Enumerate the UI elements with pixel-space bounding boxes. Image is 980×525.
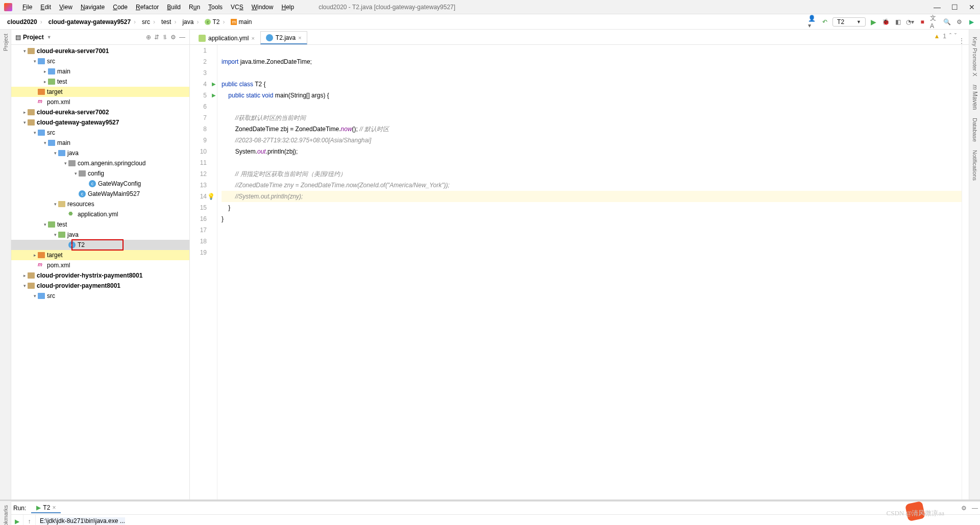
stop-icon[interactable]: ■ — [918, 17, 927, 27]
collapse-icon[interactable]: ⥮ — [162, 34, 167, 41]
coverage-icon[interactable]: ◧ — [893, 17, 902, 27]
menu-run[interactable]: Run — [185, 4, 204, 11]
ai-icon[interactable]: ▶ — [967, 17, 976, 27]
tree-yml[interactable]: application.yml — [78, 211, 118, 218]
run-hide-icon[interactable]: — — [972, 505, 978, 512]
tree-module2[interactable]: cloud-eureka-server7002 — [37, 109, 109, 116]
tab-application-yml[interactable]: application.yml× — [193, 31, 260, 44]
run-button-icon[interactable]: ▶ — [869, 17, 878, 27]
tool-project[interactable]: Project — [3, 30, 9, 55]
chevron-up-icon[interactable]: ˆ — [949, 33, 951, 40]
console-line-cmd: E:\jdk\jdk-8u271\bin\java.exe ... — [40, 517, 125, 524]
crumb-method[interactable]: mmain — [228, 18, 258, 26]
tree-config[interactable]: config — [88, 170, 104, 177]
left-tool-strip: Project — [0, 30, 11, 499]
tree-src[interactable]: src — [47, 58, 55, 65]
tool-database[interactable]: Database — [972, 114, 978, 146]
editor-error-stripe[interactable] — [962, 45, 969, 499]
tool-maven[interactable]: m Maven — [971, 81, 978, 114]
menu-build[interactable]: Build — [163, 4, 185, 11]
code-editor[interactable]: import java.time.ZonedDateTime; public c… — [217, 45, 962, 499]
menu-file[interactable]: File — [18, 4, 36, 11]
tree-test2[interactable]: test — [57, 221, 67, 228]
maximize-icon[interactable]: ☐ — [950, 3, 959, 11]
left-tool-strip-lower: Bookmarks Structure — [0, 501, 11, 525]
tree-class1[interactable]: GateWayConfig — [98, 180, 141, 187]
back-arrow-icon[interactable]: ↶ — [820, 17, 829, 27]
navigation-bar: cloud2020 cloud-gateway-gateway9527 src … — [0, 14, 980, 30]
gutter-run-icon[interactable]: ▶ — [212, 90, 216, 101]
project-tree[interactable]: ▾cloud-eureka-server7001 ▾src ▸main ▸tes… — [11, 45, 189, 499]
tree-src3[interactable]: src — [47, 292, 55, 299]
intention-bulb-icon[interactable]: 💡 — [207, 191, 215, 202]
tree-main2[interactable]: main — [57, 139, 70, 146]
translate-icon[interactable]: 文A — [930, 17, 939, 27]
editor-inspection-widget[interactable]: ▲1 ˆˇ — [934, 33, 957, 40]
tree-target[interactable]: target — [47, 88, 63, 95]
profile-icon[interactable]: ◔▾ — [905, 17, 915, 27]
run-tab-t2[interactable]: ▶ T2 × — [31, 503, 61, 513]
tree-pom[interactable]: pom.xml — [47, 98, 70, 106]
tree-pom2[interactable]: pom.xml — [47, 262, 70, 269]
run-left-toolbar-2: ↑ ↓ ↩ ⤓ ☒ — [23, 515, 36, 525]
crumb-test[interactable]: test — [158, 18, 179, 26]
gutter-run-icon[interactable]: ▶ — [212, 79, 216, 90]
menu-view[interactable]: View — [55, 4, 77, 11]
tree-java2[interactable]: java — [67, 231, 79, 238]
tree-test[interactable]: test — [57, 78, 67, 85]
search-icon[interactable]: 🔍 — [942, 17, 951, 27]
menu-navigate[interactable]: Navigate — [77, 4, 109, 11]
run-tab-close-icon[interactable]: × — [52, 504, 56, 511]
crumb-src[interactable]: src — [139, 18, 158, 26]
tree-java[interactable]: java — [67, 149, 79, 157]
settings-icon[interactable]: ⚙ — [954, 17, 964, 27]
chevron-down-icon[interactable]: ˇ — [954, 33, 957, 40]
tree-src2[interactable]: src — [47, 129, 55, 136]
scroll-up-icon[interactable]: ↑ — [28, 518, 31, 525]
tab-close-icon[interactable]: × — [251, 35, 254, 41]
tree-module[interactable]: cloud-eureka-server7001 — [37, 47, 109, 55]
tree-module4[interactable]: cloud-provider-hystrix-payment8001 — [37, 272, 142, 279]
editor-gutter[interactable]: 123 4▶ 5▶ 678910111213 14💡 1516171819 — [190, 45, 217, 499]
tab-close-icon[interactable]: × — [298, 35, 301, 41]
close-icon[interactable]: ✕ — [968, 3, 976, 11]
tab-t2-java[interactable]: T2.java× — [260, 31, 307, 44]
menu-refactor[interactable]: Refactor — [132, 4, 163, 11]
run-settings-icon[interactable]: ⚙ — [961, 505, 967, 512]
tree-main[interactable]: main — [57, 68, 70, 75]
crumb-module[interactable]: cloud-gateway-gateway9527 — [45, 18, 139, 26]
user-icon[interactable]: 👤▾ — [808, 17, 817, 27]
tree-resources[interactable]: resources — [67, 201, 94, 208]
menu-vcs[interactable]: VCS — [227, 4, 248, 11]
minimize-icon[interactable]: — — [933, 3, 941, 11]
crumb-project[interactable]: cloud2020 — [4, 18, 45, 26]
tool-notifications[interactable]: Notifications — [972, 146, 978, 185]
menu-tools[interactable]: Tools — [204, 4, 227, 11]
crumb-class[interactable]: cT2 — [202, 18, 228, 26]
tool-bookmarks[interactable]: Bookmarks — [3, 501, 9, 525]
expand-icon[interactable]: ⇵ — [154, 34, 159, 41]
tree-pkg[interactable]: com.angenin.springcloud — [78, 160, 145, 167]
tool-keypromoter[interactable]: Key Promoter X — [972, 33, 978, 81]
crumb-java[interactable]: java — [179, 18, 202, 26]
menu-edit[interactable]: Edit — [36, 4, 55, 11]
debug-button-icon[interactable]: 🐞 — [881, 17, 890, 27]
menu-code[interactable]: Code — [109, 4, 132, 11]
project-view-icon: ▤ — [15, 34, 21, 41]
editor-more-icon[interactable]: ⋮ — [954, 37, 969, 44]
tree-module5[interactable]: cloud-provider-payment8001 — [37, 282, 120, 289]
tree-module3[interactable]: cloud-gateway-gateway9527 — [37, 119, 119, 126]
rerun-icon[interactable]: ▶ — [15, 518, 19, 525]
tree-t2-selected[interactable]: cT2 — [11, 240, 189, 250]
tree-target2[interactable]: target — [47, 252, 63, 259]
run-config-selector[interactable]: T2▼ — [832, 17, 866, 27]
panel-settings-icon[interactable]: ⚙ — [170, 34, 176, 41]
tree-class2[interactable]: GateWayMain9527 — [88, 190, 140, 197]
menu-help[interactable]: Help — [277, 4, 298, 11]
locate-icon[interactable]: ⊕ — [146, 34, 151, 41]
hide-panel-icon[interactable]: — — [179, 34, 185, 41]
project-view-dropdown-icon[interactable]: ▼ — [47, 35, 52, 40]
project-panel-title[interactable]: Project — [23, 34, 44, 41]
console-output[interactable]: E:\jdk\jdk-8u271\bin\java.exe ... 2023-0… — [36, 515, 980, 525]
menu-window[interactable]: Window — [248, 4, 278, 11]
